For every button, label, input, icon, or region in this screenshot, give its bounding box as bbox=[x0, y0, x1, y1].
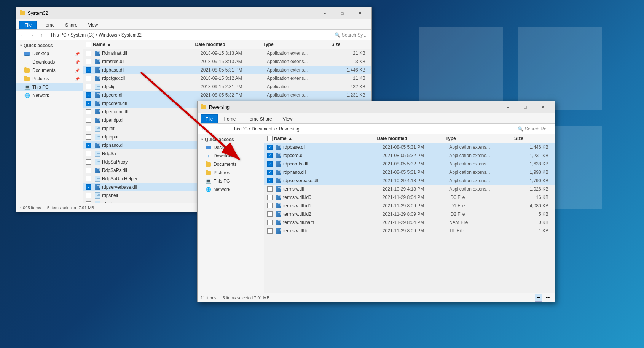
pictures-icon-2 bbox=[205, 170, 211, 176]
tab-home-1[interactable]: Home bbox=[37, 21, 59, 29]
table-row[interactable]: ✓rdpbase.dll2021-08-05 5:31 PMApplicatio… bbox=[264, 143, 555, 151]
table-row[interactable]: ✓rdpcore.dll2021-08-05 5:32 PMApplicatio… bbox=[264, 151, 555, 160]
forward-button-2[interactable]: → bbox=[209, 125, 217, 133]
table-row[interactable]: ✓rdpnano.dll2021-08-05 5:31 PMApplicatio… bbox=[264, 168, 555, 176]
address-path-1[interactable]: This PC › System (C:) › Windows › System… bbox=[48, 31, 330, 39]
file-checkbox[interactable] bbox=[86, 109, 91, 114]
table-row[interactable]: rdpcfgex.dll2018-09-15 3:12 AMApplicatio… bbox=[83, 74, 371, 83]
sidebar-item-desktop-2[interactable]: Desktop bbox=[198, 143, 264, 152]
forward-button-1[interactable]: → bbox=[28, 31, 36, 39]
file-checkbox[interactable] bbox=[86, 76, 91, 81]
file-checkbox[interactable]: ✓ bbox=[267, 161, 273, 167]
file-checkbox[interactable] bbox=[86, 151, 91, 156]
file-checkbox[interactable] bbox=[86, 176, 91, 181]
file-name: rdpcorets.dll bbox=[102, 101, 199, 106]
col-header-name-1[interactable]: Name ▲ bbox=[93, 42, 195, 47]
file-checkbox[interactable]: ✓ bbox=[267, 170, 273, 175]
file-checkbox[interactable] bbox=[86, 134, 91, 140]
file-checkbox[interactable]: ✓ bbox=[267, 153, 273, 158]
file-checkbox[interactable]: ✓ bbox=[267, 178, 273, 183]
sidebar-item-thispc-1[interactable]: 💻 This PC bbox=[16, 83, 83, 91]
search-box-1[interactable]: 🔍 Search Sy... bbox=[332, 31, 370, 39]
close-button-1[interactable]: ✕ bbox=[351, 7, 368, 19]
file-checkbox[interactable] bbox=[86, 126, 91, 131]
tab-view-1[interactable]: View bbox=[83, 21, 103, 29]
tab-share-1[interactable]: Share bbox=[60, 21, 82, 29]
tab-home-2[interactable]: Home bbox=[218, 114, 241, 123]
tab-file-1[interactable]: File bbox=[19, 21, 37, 29]
up-button-1[interactable]: ↑ bbox=[38, 31, 46, 39]
file-checkbox[interactable] bbox=[86, 51, 91, 56]
col-header-date-1[interactable]: Date modified bbox=[195, 42, 263, 47]
tab-share-2[interactable]: Home Share bbox=[241, 114, 277, 123]
file-checkbox[interactable]: ✓ bbox=[86, 143, 91, 148]
close-button-2[interactable]: ✕ bbox=[534, 101, 552, 113]
file-checkbox[interactable] bbox=[86, 193, 91, 198]
minimize-button-1[interactable]: − bbox=[316, 7, 333, 19]
quick-access-header-1[interactable]: ▼ Quick access bbox=[16, 42, 83, 49]
file-checkbox[interactable] bbox=[267, 211, 273, 217]
col-header-name-2[interactable]: Name ▲ bbox=[274, 136, 377, 141]
back-button-2[interactable]: ← bbox=[199, 125, 207, 133]
sidebar-item-documents-1[interactable]: Documents 📌 bbox=[16, 66, 83, 75]
sidebar-item-pictures-1[interactable]: Pictures 📌 bbox=[16, 75, 83, 83]
sidebar-item-network-2[interactable]: 🌐 Network bbox=[198, 185, 264, 194]
sidebar-item-pictures-2[interactable]: Pictures bbox=[198, 168, 264, 177]
back-button-1[interactable]: ← bbox=[18, 31, 26, 39]
col-header-type-1[interactable]: Type bbox=[263, 42, 332, 47]
file-checkbox[interactable] bbox=[86, 59, 91, 64]
sidebar-item-downloads-2[interactable]: ↓ Downloads bbox=[198, 152, 264, 160]
table-row[interactable]: termsrv.dll.id22021-11-29 8:09 PMID2 Fil… bbox=[264, 210, 555, 218]
col-header-size-1[interactable]: Size bbox=[332, 42, 369, 47]
table-row[interactable]: termsrv.dll.id02021-11-29 8:04 PMID0 Fil… bbox=[264, 193, 555, 202]
file-name: termsrv.dll.nam bbox=[283, 220, 381, 225]
table-row[interactable]: RdmsInst.dll2018-09-15 3:13 AMApplicatio… bbox=[83, 49, 371, 57]
tab-view-2[interactable]: View bbox=[278, 114, 298, 123]
table-row[interactable]: ✓rdpcore.dll2021-08-05 5:32 PMApplicatio… bbox=[83, 91, 371, 99]
select-all-checkbox-2[interactable] bbox=[267, 136, 273, 141]
tab-file-2[interactable]: File bbox=[201, 114, 218, 123]
file-checkbox[interactable] bbox=[86, 159, 91, 165]
sidebar-item-downloads-1[interactable]: ↓ Downloads 📌 bbox=[16, 58, 83, 66]
col-header-size-2[interactable]: Size bbox=[514, 136, 552, 141]
table-row[interactable]: termsrv.dll.nam2021-11-29 8:04 PMNAM Fil… bbox=[264, 218, 555, 227]
file-checkbox[interactable]: ✓ bbox=[86, 92, 91, 98]
table-row[interactable]: termsrv.dll.id12021-11-29 8:09 PMID1 Fil… bbox=[264, 202, 555, 210]
file-checkbox[interactable]: ✓ bbox=[86, 184, 91, 190]
file-checkbox[interactable]: ✓ bbox=[86, 101, 91, 106]
file-checkbox[interactable] bbox=[267, 220, 273, 225]
col-header-type-2[interactable]: Type bbox=[446, 136, 514, 141]
file-checkbox[interactable] bbox=[267, 195, 273, 200]
sidebar-item-desktop-1[interactable]: Desktop 📌 bbox=[16, 49, 83, 58]
table-row[interactable]: ✓rdpbase.dll2021-08-05 5:31 PMApplicatio… bbox=[83, 66, 371, 74]
select-all-checkbox-1[interactable] bbox=[86, 42, 91, 47]
table-row[interactable]: rdpclip2018-09-15 2:31 PMApplication422 … bbox=[83, 83, 371, 91]
large-icons-btn-2[interactable]: ☷ bbox=[544, 294, 552, 302]
quick-access-header-2[interactable]: ▼ Quick access bbox=[198, 136, 264, 143]
file-checkbox[interactable] bbox=[267, 228, 273, 234]
up-button-2[interactable]: ↑ bbox=[219, 125, 227, 133]
col-header-date-2[interactable]: Date modified bbox=[377, 136, 445, 141]
table-row[interactable]: termsrv.dll.til2021-11-29 8:09 PMTIL Fil… bbox=[264, 227, 555, 235]
maximize-button-2[interactable]: □ bbox=[516, 101, 534, 113]
file-checkbox[interactable]: ✓ bbox=[267, 145, 273, 150]
file-checkbox[interactable] bbox=[86, 168, 91, 173]
minimize-button-2[interactable]: − bbox=[499, 101, 516, 113]
table-row[interactable]: ✓rdpcorets.dll2021-08-05 5:32 PMApplicat… bbox=[264, 160, 555, 168]
table-row[interactable]: ✓rdpserverbase.dll2021-10-29 4:18 PMAppl… bbox=[264, 176, 555, 185]
file-checkbox[interactable]: ✓ bbox=[86, 67, 91, 73]
file-checkbox[interactable] bbox=[267, 203, 273, 208]
search-box-2[interactable]: 🔍 Search Re... bbox=[515, 125, 553, 133]
sidebar-item-thispc-2[interactable]: 💻 This PC bbox=[198, 177, 264, 185]
maximize-button-1[interactable]: □ bbox=[333, 7, 351, 19]
address-path-2[interactable]: This PC › Documents › Reversing bbox=[229, 125, 513, 133]
sidebar-item-documents-2[interactable]: Documents bbox=[198, 160, 264, 168]
sidebar-item-network-1[interactable]: 🌐 Network bbox=[16, 91, 83, 100]
table-row[interactable]: rdmsres.dll2018-09-15 3:13 AMApplication… bbox=[83, 57, 371, 66]
table-row[interactable]: termsrv.dll2021-10-29 4:18 PMApplication… bbox=[264, 185, 555, 193]
file-checkbox[interactable] bbox=[267, 186, 273, 192]
details-view-btn-2[interactable]: ☰ bbox=[535, 294, 542, 302]
file-checkbox[interactable] bbox=[86, 84, 91, 89]
file-checkbox[interactable] bbox=[86, 118, 91, 123]
file-name: rdpbase.dll bbox=[283, 145, 381, 150]
